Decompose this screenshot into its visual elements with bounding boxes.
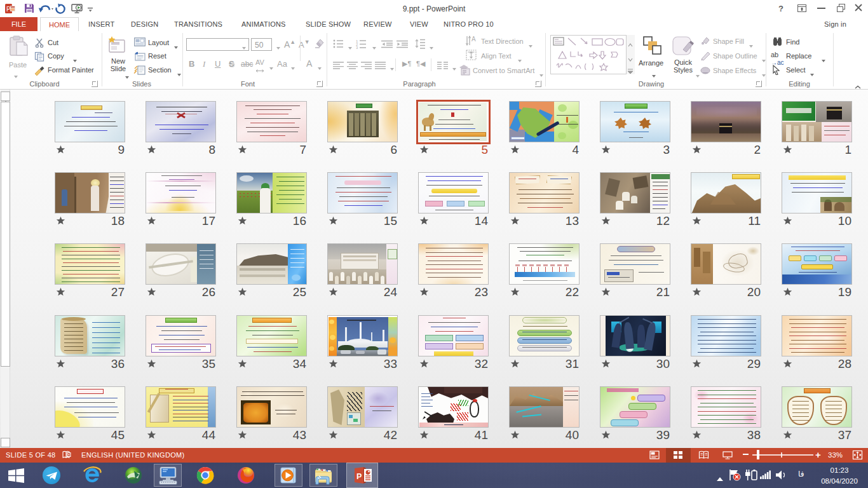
svg-text:P: P (356, 472, 362, 481)
svg-text:3: 3 (356, 46, 358, 49)
svg-text:A: A (471, 36, 476, 43)
